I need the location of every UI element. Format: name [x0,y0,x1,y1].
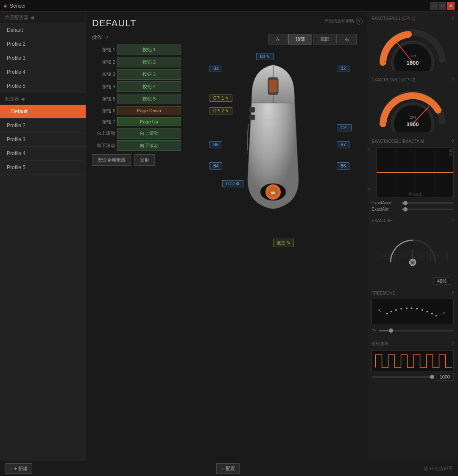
help-circle-icon[interactable]: ? [356,18,363,25]
op-btn-scroll-up[interactable]: 向上滚动 [117,128,181,139]
sidebar-item-profile2-bottom[interactable]: Profile 2 [0,119,86,133]
fire-button[interactable]: 发射 [134,154,155,166]
svg-point-49 [395,309,397,311]
op-btn-2[interactable]: 按钮 2 [117,57,181,67]
svg-rect-10 [250,115,255,120]
polling-graph[interactable] [371,350,454,371]
minimize-button[interactable]: — [430,2,438,10]
exactaccel-graph[interactable]: 低速 手动速度 [377,147,454,198]
freemove-title-row: FREEMOVE ? [371,291,454,295]
tab-top[interactable]: 顶部 [288,34,312,45]
sidebar-item-profile2-top[interactable]: Profile 2 [0,37,86,51]
op-label-5: 按钮 5 [92,96,115,102]
sidebar-profiles-bottom: ● Default Profile 2 Profile 3 Profile 4 … [0,105,86,175]
op-label-6: 按钮 6 [92,108,115,114]
bottombar: + + 新建 ≡ 配置 值 什么值得买 [0,461,458,476]
polling-slider-track[interactable] [371,376,433,378]
y-max-label: 2x [367,147,370,151]
polling-help[interactable]: ? [451,342,454,346]
titlebar-controls[interactable]: — □ ✕ [430,2,455,10]
macro-editor-button[interactable]: 宏命令编辑器 [92,154,131,166]
op-btn-4[interactable]: 按钮 4 [117,81,181,92]
exactsens1-title: EXACTSENS 1 (CPI 1) [371,16,415,21]
svg-text:1600: 1600 [407,60,419,66]
op-row-4: 按钮 4 按钮 4 [92,81,181,92]
sidebar-section2-header: 配置器 ◀ [0,93,86,105]
op-row-scroll-down: 向下滚动 向下滚动 [92,140,181,151]
op-btn-7[interactable]: Page Up [117,117,181,126]
op-btn-1[interactable]: 按钮 1 [117,45,181,55]
exactsens2-gauge[interactable]: CPI 3500 [374,86,451,132]
svg-point-56 [431,313,433,315]
exactsens2-help[interactable]: ? [451,78,454,82]
exactaccel-slider-row: ExactAccel [371,200,454,205]
exactsens1-help[interactable]: ? [451,16,454,21]
freemove-slider-thumb[interactable] [389,328,393,333]
b1-button[interactable]: B1 [209,65,222,72]
b6-button[interactable]: B6 [337,162,349,170]
exactaccel-thumb[interactable] [403,201,408,205]
exactaim-thumb[interactable] [403,207,408,212]
operations-panel: 操作 ? 按钮 1 按钮 1 按钮 2 按钮 2 按钮 3 按钮 3 按钮 4 [92,34,181,251]
b2-button[interactable]: B2 [337,65,349,72]
svg-point-50 [400,308,402,309]
freemove-graph[interactable]: ↖ ↗ [371,299,454,324]
freemove-help[interactable]: ? [451,291,454,295]
sidebar-item-profile3-top[interactable]: Profile 3 [0,51,86,65]
exactaccel-help[interactable]: ? [451,139,454,144]
sidebar-item-default-bottom[interactable]: ● Default [0,105,86,119]
exactaim-label: ExactAim [371,207,399,212]
cpi2-button[interactable]: CPI 2 ✎ [209,107,232,114]
svg-point-57 [436,315,437,317]
cpi-right-button[interactable]: CPI [337,124,352,131]
bottom-button[interactable]: 底主 ✎ [273,239,294,247]
exactlift-title-row: EXACTLIFT ? [371,218,454,223]
b4-button[interactable]: B4 [209,162,222,170]
sidebar-profiles-top: Default Profile 2 Profile 3 Profile 4 Pr… [0,23,86,93]
close-button[interactable]: ✕ [447,2,455,10]
sidebar-item-profile5-top[interactable]: Profile 5 [0,79,86,93]
exactaim-track[interactable] [402,209,454,210]
sidebar-item-default-top[interactable]: Default [0,23,86,37]
sidebar-item-profile5-bottom[interactable]: Profile 5 [0,161,86,175]
sidebar-item-profile3-bottom[interactable]: Profile 3 [0,133,86,147]
graph-y-label: 低速 [449,148,452,156]
polling-title: 巡检速率 [371,341,388,347]
tab-right[interactable]: 右 [338,34,357,45]
config-button[interactable]: ≡ 配置 [216,463,239,474]
watermark-text: 值 什么值得买 [424,465,453,472]
sidebar-item-profile4-bottom[interactable]: Profile 4 [0,147,86,161]
b7-button[interactable]: B7 [337,141,349,148]
op-row-7: 按钮 7 Page Up [92,117,181,126]
freemove-slider-track[interactable] [379,330,454,331]
cpi1-button[interactable]: CPI 1 ✎ [209,95,232,102]
tab-bottom[interactable]: 底部 [313,34,337,45]
tab-left[interactable]: 左 [268,34,288,45]
ops-help-icon[interactable]: ? [106,35,108,40]
exactaim-slider-row: ExactAim [371,207,454,212]
svg-point-45 [411,261,414,264]
exactaccel-label: ExactAccel [371,200,399,205]
exactaccel-track[interactable] [402,202,454,204]
titlebar: ◈ Sensei — □ ✕ [0,0,458,12]
exactlift-help[interactable]: ? [451,218,454,223]
b5-button[interactable]: B5 [209,141,222,148]
exactsens1-gauge[interactable]: CPI 1600 [374,24,451,71]
op-btn-3[interactable]: 按钮 3 [117,69,181,80]
sidebar-item-profile4-top[interactable]: Profile 4 [0,65,86,79]
exactlift-gauge[interactable] [374,226,452,277]
main-layout: 内置配置器 ◀ Default Profile 2 Profile 3 Prof… [0,12,458,461]
svg-point-52 [411,307,413,309]
content-area: 产品信息和帮助 ? DEFAULT 操作 ? 按钮 1 按钮 1 按钮 2 按钮… [86,12,367,461]
op-btn-5[interactable]: 按钮 5 [117,94,181,104]
maximize-button[interactable]: □ [438,2,446,10]
op-row-6: 按钮 6 Page Down [92,106,181,115]
polling-title-row: 巡检速率 ? [371,341,454,347]
polling-slider-thumb[interactable] [430,375,434,379]
op-btn-6[interactable]: Page Down [117,106,181,115]
add-new-button[interactable]: + + 新建 [5,463,32,474]
polling-value: 1000 [436,373,454,381]
wave-icon: 〜 [371,327,377,334]
b3-button[interactable]: B3 ✎ [256,53,274,60]
op-btn-scroll-down[interactable]: 向下滚动 [117,140,181,151]
